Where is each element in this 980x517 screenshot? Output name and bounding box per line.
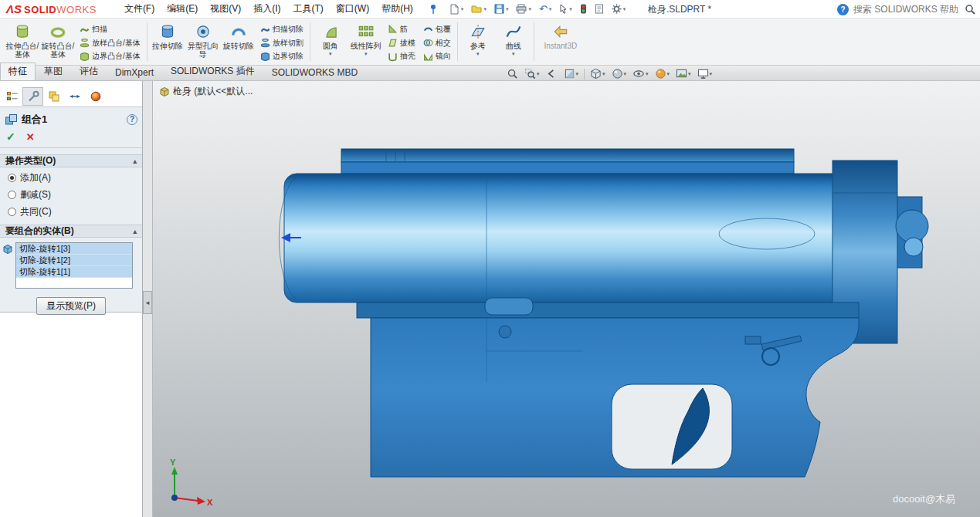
radio-subtract[interactable]: 删减(S) — [8, 188, 142, 201]
instant3d-icon — [552, 23, 569, 40]
panel-splitter[interactable]: ◂ — [143, 81, 153, 517]
hide-show-items-button[interactable]: ▾ — [630, 66, 651, 81]
extruded-boss-button[interactable]: 拉伸凸台/基体 — [5, 20, 40, 63]
view-settings-button[interactable]: ▾ — [695, 66, 715, 81]
view-orientation-button[interactable]: ▾ — [588, 66, 608, 81]
tab-solidworks-mbd[interactable]: SOLIDWORKS MBD — [263, 65, 366, 80]
hole-wizard-button[interactable]: 异型孔向导 — [185, 20, 221, 63]
property-manager-header: 组合1 ? — [0, 107, 142, 130]
shell-icon — [388, 52, 398, 62]
operation-type-section-header[interactable]: 操作类型(O) ▴ — [0, 154, 142, 167]
list-item[interactable]: 切除-旋转1[2] — [16, 255, 132, 266]
radio-subtract-control[interactable] — [8, 191, 16, 199]
help-search-label[interactable]: 搜索 SOLIDWORKS 帮助 — [853, 3, 958, 16]
menu-view[interactable]: 视图(V) — [204, 0, 247, 18]
intersect-icon — [423, 38, 433, 48]
help-icon[interactable]: ? — [837, 4, 849, 15]
menu-file[interactable]: 文件(F) — [118, 0, 161, 18]
apply-scene-button[interactable]: ▾ — [673, 66, 693, 81]
zoom-to-fit-button[interactable] — [504, 66, 521, 81]
radio-add[interactable]: 添加(A) — [8, 171, 142, 184]
reference-geometry-icon — [470, 23, 487, 40]
panel-collapse-handle[interactable]: ◂ — [143, 291, 152, 314]
lofted-cut-button[interactable]: 放样切割 — [256, 36, 307, 50]
display-style-button[interactable]: ▾ — [609, 66, 629, 81]
feature-manager-tab[interactable] — [2, 87, 22, 106]
save-button[interactable]: ▾ — [491, 2, 512, 16]
menu-insert[interactable]: 插入(I) — [247, 0, 287, 18]
revolved-boss-button[interactable]: 旋转凸台/基体 — [40, 20, 76, 63]
list-item[interactable]: 切除-旋转1[1] — [16, 266, 132, 278]
extruded-cut-button[interactable]: 拉伸切除 — [150, 20, 185, 63]
undo-button[interactable]: ↶ ▾ — [536, 2, 554, 16]
zoom-to-area-button[interactable]: ▾ — [522, 66, 542, 81]
intersect-button[interactable]: 相交 — [419, 36, 455, 50]
previous-view-button[interactable] — [544, 66, 560, 81]
menu-edit[interactable]: 编辑(E) — [161, 0, 204, 18]
radio-common-control[interactable] — [8, 208, 16, 216]
fillet-button[interactable]: 圆角 ▾ — [313, 20, 348, 63]
reference-geometry-button[interactable]: 参考 ▾ — [460, 20, 496, 63]
search-icon[interactable] — [965, 4, 975, 15]
boundary-cut-button[interactable]: 边界切除 — [256, 49, 307, 63]
edit-appearance-button[interactable]: ▾ — [653, 66, 673, 81]
mirror-button[interactable]: 镜向 — [419, 49, 455, 63]
cancel-button[interactable]: ✕ — [26, 131, 35, 143]
print-button[interactable]: ▾ — [513, 2, 534, 16]
instant3d-button[interactable]: Instant3D — [537, 20, 585, 63]
boundary-boss-icon — [80, 52, 90, 62]
curves-button[interactable]: 曲线 ▾ — [496, 20, 531, 63]
graphics-viewport[interactable]: 枪身 (默认<<默认... — [153, 81, 980, 517]
viewport-breadcrumb[interactable]: 枪身 (默认<<默认... — [159, 85, 253, 98]
select-button[interactable]: ▾ — [556, 2, 575, 16]
tab-evaluate[interactable]: 评估 — [71, 63, 107, 80]
configurations-icon — [48, 90, 60, 103]
radio-add-control[interactable] — [8, 174, 16, 182]
rib-button[interactable]: 筋 — [384, 22, 419, 36]
tab-sketch[interactable]: 草图 — [36, 63, 71, 80]
cut-small-stack: 扫描切除 放样切割 边界切除 — [256, 20, 307, 63]
linear-pattern-icon — [358, 23, 375, 40]
pin-menu-icon[interactable] — [426, 2, 441, 17]
swept-boss-button[interactable]: 扫描 — [76, 22, 144, 36]
ok-button[interactable]: ✓ — [6, 130, 15, 143]
tab-dimxpert[interactable]: DimXpert — [107, 65, 162, 80]
menu-tools[interactable]: 工具(T) — [287, 0, 330, 18]
lofted-cut-icon — [260, 38, 270, 48]
list-item[interactable]: 切除-旋转1[3] — [16, 243, 132, 255]
display-manager-tab[interactable] — [85, 87, 106, 106]
menu-window[interactable]: 窗口(W) — [330, 0, 375, 18]
property-manager-help-icon[interactable]: ? — [127, 114, 137, 125]
radio-common[interactable]: 共同(C) — [8, 205, 142, 218]
wrap-button[interactable]: 包覆 — [419, 22, 455, 36]
ribbon-separator — [310, 22, 310, 61]
bodies-listbox[interactable]: 切除-旋转1[3] 切除-旋转1[2] 切除-旋转1[1] — [15, 242, 133, 289]
new-document-button[interactable]: ▾ — [446, 2, 467, 17]
shell-button[interactable]: 抽壳 — [384, 49, 419, 63]
swept-cut-button[interactable]: 扫描切除 — [256, 22, 307, 36]
monitor-icon — [697, 68, 709, 79]
heads-up-view-toolbar: ▾ ▾ ▾ ▾ ▾ — [504, 66, 715, 81]
boundary-boss-button[interactable]: 边界凸台/基体 — [76, 49, 144, 63]
revolved-cut-button[interactable]: 旋转切除 — [221, 20, 256, 63]
open-document-button[interactable]: ▾ — [468, 2, 490, 16]
ok-cancel-row: ✓ ✕ — [0, 130, 142, 148]
tab-solidworks-addins[interactable]: SOLIDWORKS 插件 — [162, 63, 263, 80]
rebuild-button[interactable] — [577, 2, 590, 16]
bodies-to-combine-section-header[interactable]: 要组合的实体(B) ▴ — [0, 225, 142, 238]
zoom-to-area-icon — [524, 68, 536, 79]
configuration-manager-tab[interactable] — [43, 87, 64, 106]
swept-cut-icon — [260, 24, 270, 34]
draft-button[interactable]: 拔模 — [384, 36, 419, 50]
tab-features[interactable]: 特征 — [0, 63, 36, 80]
show-preview-button[interactable]: 显示预览(P) — [36, 297, 106, 315]
feature-manager-panel: 组合1 ? ✓ ✕ 操作类型(O) ▴ 添加(A) 删减(S) 共同(C) — [0, 81, 143, 517]
dimxpert-manager-tab[interactable] — [64, 87, 85, 106]
section-view-button[interactable]: ▾ — [561, 66, 582, 81]
bodies-selection-row: 切除-旋转1[3] 切除-旋转1[2] 切除-旋转1[1] — [0, 242, 142, 289]
menu-help[interactable]: 帮助(H) — [375, 0, 419, 18]
property-manager-tab[interactable] — [22, 87, 43, 106]
lofted-boss-button[interactable]: 放样凸台/基体 — [76, 36, 144, 50]
extruded-cut-icon — [159, 23, 176, 40]
linear-pattern-button[interactable]: 线性阵列 ▾ — [348, 20, 384, 63]
